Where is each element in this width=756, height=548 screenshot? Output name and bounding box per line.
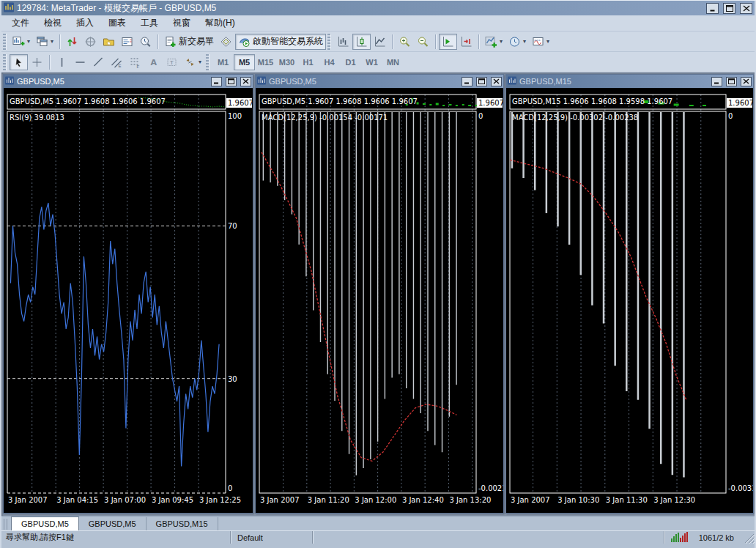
chart-shift-button[interactable] <box>457 34 475 50</box>
quote-mini-candle <box>456 105 458 106</box>
timeframe-m5[interactable]: M5 <box>234 54 255 70</box>
chart-candles-button[interactable] <box>352 34 371 50</box>
chart-minimize-button[interactable] <box>211 77 222 86</box>
navigator-icon <box>103 36 115 48</box>
indicator-label: MACD(12,25,9) -0.00154 -0.00171 <box>262 114 388 122</box>
timeframe-h4[interactable]: H4 <box>319 54 340 70</box>
crosshair-button[interactable] <box>28 54 46 70</box>
chart-close-button[interactable] <box>491 77 502 86</box>
chart-tabs-bar: GBPUSD,M5GBPUSD,M5GBPUSD,M15 <box>1 516 755 530</box>
trendline-button[interactable] <box>89 54 108 70</box>
chart-window-titlebar[interactable]: GBPUSD,M5 <box>4 75 253 88</box>
timeframe-d1[interactable]: D1 <box>340 54 361 70</box>
toolbar-grip[interactable] <box>3 54 7 70</box>
chart-minimize-button[interactable] <box>462 77 472 86</box>
menu-item-charts[interactable]: 圖表 <box>101 15 133 32</box>
vertical-line-button[interactable] <box>53 54 71 70</box>
new-order-button[interactable]: 新交易單 <box>161 34 217 50</box>
status-help-text: 尋求幫助,請按F1鍵 <box>1 532 230 543</box>
maximize-icon <box>228 78 234 84</box>
maximize-button[interactable] <box>723 3 735 14</box>
metaeditor-button[interactable] <box>217 34 235 50</box>
timeframe-m15[interactable]: M15 <box>255 54 276 70</box>
chart-body: 7030GBPUSD,M5 1.9607 1.9608 1.9606 1.960… <box>4 88 253 513</box>
fibonacci-icon: F <box>129 56 141 68</box>
menu-item-window[interactable]: 視窗 <box>166 15 198 32</box>
terminal-button[interactable] <box>118 34 136 50</box>
chevron-down-icon: ▾ <box>51 38 53 45</box>
chart-line-button[interactable] <box>371 34 389 50</box>
minimize-button[interactable] <box>706 3 719 14</box>
app-titlebar[interactable]: 129784: MetaTrader - 模擬交易帳戶 - GBPUSD,M5 <box>1 1 755 15</box>
data-window-button[interactable] <box>81 34 100 50</box>
menu-item-insert[interactable]: 插入 <box>69 15 101 32</box>
time-axis-label: 3 Jan 11:30 <box>606 496 648 504</box>
chart-tab-3[interactable]: GBPUSD,M15 <box>147 517 218 530</box>
auto-scroll-button[interactable] <box>439 34 457 50</box>
svg-text:F: F <box>137 64 140 68</box>
profiles-icon <box>36 36 48 48</box>
quote-mini-candle <box>429 104 431 105</box>
arrows-icon <box>184 56 196 68</box>
menu-item-view[interactable]: 檢視 <box>37 15 69 32</box>
navigator-button[interactable] <box>100 34 118 50</box>
close-button[interactable] <box>740 3 752 14</box>
zoom-in-button[interactable] <box>396 34 414 50</box>
chart-tab-2[interactable]: GBPUSD,M5 <box>79 517 147 530</box>
close-icon <box>242 78 249 84</box>
chart-close-button[interactable] <box>240 77 251 86</box>
chart-tab-1[interactable]: GBPUSD,M5 <box>11 516 79 530</box>
cursor-icon <box>12 56 25 68</box>
templates-button[interactable]: ▾ <box>529 34 552 50</box>
trendline-icon <box>92 56 105 68</box>
text-button[interactable]: A <box>144 54 163 70</box>
timeframe-mn[interactable]: MN <box>382 54 404 70</box>
chart-minimize-button[interactable] <box>711 77 722 86</box>
chart-icon <box>508 76 516 85</box>
market-watch-button[interactable] <box>63 34 81 50</box>
text-label-button[interactable]: T <box>163 54 181 70</box>
chart-canvas-3[interactable]: GBPUSD,M15 1.9606 1.9608 1.9598 1.9607MA… <box>506 88 753 513</box>
timeframe-m30[interactable]: M30 <box>276 54 297 70</box>
expert-advisors-button[interactable]: 啟動智能交易系統 <box>235 34 326 50</box>
chart-window-titlebar[interactable]: GBPUSD,M15 <box>506 75 753 88</box>
tabs-grip[interactable] <box>4 519 7 530</box>
resize-grip-glyph <box>743 532 755 544</box>
status-profile[interactable]: Default <box>231 533 312 542</box>
cursor-button[interactable] <box>10 54 28 70</box>
periods-button[interactable]: ▾ <box>505 34 529 50</box>
timeframe-h1[interactable]: H1 <box>297 54 319 70</box>
indicators-button[interactable]: ▾ <box>482 34 505 50</box>
menu-item-file[interactable]: 文件 <box>4 15 37 32</box>
timeframe-w1[interactable]: W1 <box>361 54 382 70</box>
toolbar-grip[interactable] <box>3 34 7 50</box>
arrows-button[interactable]: ▾ <box>181 54 204 70</box>
horizontal-line-button[interactable] <box>71 54 89 70</box>
svg-text:E: E <box>119 64 122 68</box>
chart-window-titlebar[interactable]: GBPUSD,M5 <box>256 75 503 88</box>
chart-bars-button[interactable] <box>334 34 352 50</box>
menu-item-tools[interactable]: 工具 <box>133 15 166 32</box>
resize-grip[interactable] <box>743 532 755 544</box>
chart-maximize-button[interactable] <box>726 77 737 86</box>
new-chart-button[interactable]: ▾ <box>10 34 33 50</box>
menu-item-help[interactable]: 幫助(H) <box>198 15 242 32</box>
scale-bottom-label: -0.00315 <box>728 484 753 492</box>
time-axis-label: 3 Jan 11:20 <box>308 496 349 504</box>
chart-maximize-button[interactable] <box>226 77 237 86</box>
quote-mini-candle <box>436 103 439 105</box>
chart-canvas-2[interactable]: GBPUSD,M5 1.9607 1.9608 1.9606 1.9607MAC… <box>256 88 503 513</box>
strategy-tester-button[interactable] <box>136 34 155 50</box>
new-order-label: 新交易單 <box>179 35 214 48</box>
chart-close-button[interactable] <box>741 77 752 86</box>
zoom-out-button[interactable] <box>414 34 432 50</box>
fibonacci-button[interactable]: F <box>126 54 144 70</box>
quote-text: GBPUSD,M15 1.9606 1.9608 1.9598 1.9607 <box>512 97 672 105</box>
timeframe-m1[interactable]: M1 <box>212 54 234 70</box>
equidistant-channel-button[interactable]: E <box>108 54 126 70</box>
toolbar-grip[interactable] <box>206 54 210 70</box>
chart-maximize-button[interactable] <box>476 77 487 86</box>
toolbar-grip[interactable] <box>327 34 331 50</box>
profiles-button[interactable]: ▾ <box>33 34 56 50</box>
chart-canvas-1[interactable]: 7030GBPUSD,M5 1.9607 1.9608 1.9606 1.960… <box>4 88 253 513</box>
